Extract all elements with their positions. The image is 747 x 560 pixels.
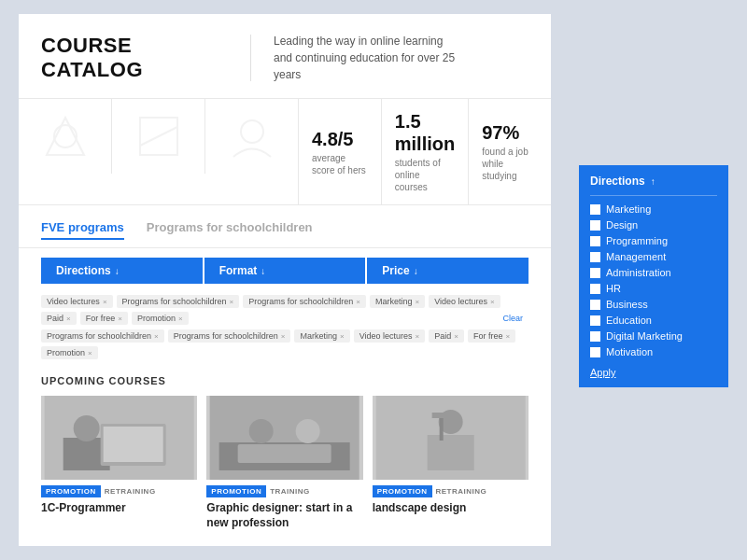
tags-row-2: Programs for schoolchildren× Programs fo… xyxy=(19,328,551,362)
dropdown-item-administration[interactable]: Administration xyxy=(590,267,717,278)
header-divider xyxy=(250,35,251,81)
tag-r2-2[interactable]: Marketing× xyxy=(294,329,349,343)
tab-schoolchildren[interactable]: Programs for schoolchildren xyxy=(147,220,313,240)
course-card-0[interactable]: PROMOTION RETRAINING 1C-Programmer xyxy=(41,396,197,530)
stats-section: 4.8/5 average score of hers 1.5 million … xyxy=(19,99,551,205)
dropdown-item-hr[interactable]: HR xyxy=(590,283,717,294)
badge-promo-1: PROMOTION xyxy=(206,485,266,497)
tabs-section: FVE programs Programs for schoolchildren xyxy=(19,205,551,248)
card-title-0: 1C-Programmer xyxy=(41,501,197,516)
upcoming-title: UPCOMING COURSES xyxy=(41,375,529,386)
checkbox-hr[interactable] xyxy=(590,284,600,294)
svg-rect-13 xyxy=(238,444,331,463)
label-programming: Programming xyxy=(606,235,668,246)
checkbox-marketing[interactable] xyxy=(590,204,600,215)
tag-r2-3[interactable]: Video lectures× xyxy=(354,329,426,343)
card-badges-0: PROMOTION RETRAINING xyxy=(41,485,197,497)
checkbox-education[interactable] xyxy=(590,315,600,326)
tag-5[interactable]: Paid× xyxy=(41,312,77,325)
tag-0[interactable]: Video lectures× xyxy=(41,295,113,308)
label-administration: Administration xyxy=(606,267,671,278)
dropdown-item-education[interactable]: Education xyxy=(590,315,717,326)
dropdown-item-motivation[interactable]: Motivation xyxy=(590,346,717,357)
placeholder-2 xyxy=(112,99,205,174)
tags-row-1: Video lectures× Programs for schoolchild… xyxy=(19,289,551,328)
badge-promo-2: PROMOTION xyxy=(373,485,432,497)
label-management: Management xyxy=(606,251,666,262)
stat-students-label: students of online courses xyxy=(395,157,455,193)
tag-6[interactable]: For free× xyxy=(80,312,128,325)
checkbox-digital-marketing[interactable] xyxy=(590,331,600,342)
tag-r2-4[interactable]: Paid× xyxy=(429,329,464,343)
checkbox-programming[interactable] xyxy=(590,236,600,246)
filter-format-label: Format xyxy=(219,264,258,277)
svg-rect-17 xyxy=(439,414,443,441)
tag-7[interactable]: Promotion× xyxy=(132,312,189,325)
tag-r2-5[interactable]: For free× xyxy=(468,329,515,343)
filter-format-button[interactable]: Format ↓ xyxy=(204,258,366,284)
page-wrapper: COURSE CATALOG Leading the way in online… xyxy=(19,14,728,546)
dropdown-item-design[interactable]: Design xyxy=(590,219,717,231)
course-img-2 xyxy=(373,396,529,480)
tag-2[interactable]: Programs for schoolchildren× xyxy=(243,295,366,308)
label-motivation: Motivation xyxy=(606,346,653,357)
course-cards: PROMOTION RETRAINING 1C-Programmer xyxy=(41,396,529,530)
tag-r2-0[interactable]: Programs for schoolchildren× xyxy=(41,329,164,343)
checkbox-motivation[interactable] xyxy=(590,347,600,357)
tag-r2-1[interactable]: Programs for schoolchildren× xyxy=(168,329,291,343)
checkbox-design[interactable] xyxy=(590,220,600,231)
card-badges-2: PROMOTION RETRAINING xyxy=(373,485,529,497)
dropdown-item-business[interactable]: Business xyxy=(590,299,717,310)
upcoming-section: UPCOMING COURSES xyxy=(19,362,551,538)
tab-fve[interactable]: FVE programs xyxy=(41,220,124,240)
label-business: Business xyxy=(606,299,648,310)
svg-point-3 xyxy=(241,120,263,143)
label-design: Design xyxy=(606,219,638,231)
stat-jobs-label: found a job while studying xyxy=(482,146,538,182)
svg-rect-16 xyxy=(427,435,473,470)
course-card-1[interactable]: PROMOTION TRAINING Graphic designer: sta… xyxy=(206,396,362,530)
filter-section: Directions ↓ Format ↓ Price ↓ xyxy=(19,248,551,289)
label-marketing: Marketing xyxy=(606,203,651,215)
svg-point-6 xyxy=(74,415,100,441)
stat-jobs-value: 97% xyxy=(482,121,538,144)
dropdown-item-programming[interactable]: Programming xyxy=(590,235,717,246)
apply-button[interactable]: Apply xyxy=(590,367,717,378)
label-hr: HR xyxy=(606,283,621,294)
tag-r2-6[interactable]: Promotion× xyxy=(41,346,98,359)
header: COURSE CATALOG Leading the way in online… xyxy=(19,14,551,99)
filter-price-button[interactable]: Price ↓ xyxy=(367,258,529,284)
course-card-2[interactable]: PROMOTION RETRAINING landscape design xyxy=(373,396,529,530)
card-badges-1: PROMOTION TRAINING xyxy=(206,485,362,497)
badge-type-0: RETRAINING xyxy=(105,487,156,496)
svg-point-0 xyxy=(54,125,77,147)
dropdown-list: Marketing Design Programming Management … xyxy=(590,203,717,357)
filter-price-label: Price xyxy=(382,264,409,277)
page-title: COURSE CATALOG xyxy=(41,34,228,82)
placeholder-3 xyxy=(205,99,298,174)
filter-directions-button[interactable]: Directions ↓ xyxy=(41,258,203,284)
dropdown-item-management[interactable]: Management xyxy=(590,251,717,262)
image-placeholders xyxy=(19,99,299,204)
checkbox-business[interactable] xyxy=(590,300,600,310)
dropdown-item-digital-marketing[interactable]: Digital Marketing xyxy=(590,330,717,342)
tag-1[interactable]: Programs for schoolchildren× xyxy=(117,295,240,308)
tag-3[interactable]: Marketing× xyxy=(370,295,425,308)
filter-directions-label: Directions xyxy=(56,264,111,277)
header-tagline: Leading the way in online learning and c… xyxy=(274,33,460,83)
tag-4[interactable]: Video lectures× xyxy=(429,295,500,308)
label-digital-marketing: Digital Marketing xyxy=(606,330,683,342)
filter-directions-arrow: ↓ xyxy=(115,266,120,276)
badge-type-1: TRAINING xyxy=(270,487,310,496)
dropdown-arrow: ↑ xyxy=(651,176,655,187)
svg-line-2 xyxy=(140,127,177,146)
checkbox-management[interactable] xyxy=(590,252,600,262)
stat-jobs: 97% found a job while studying xyxy=(469,99,551,204)
filter-format-arrow: ↓ xyxy=(261,266,265,276)
stats-items: 4.8/5 average score of hers 1.5 million … xyxy=(299,99,551,204)
stat-rating-label: average score of hers xyxy=(312,152,368,176)
dropdown-item-marketing[interactable]: Marketing xyxy=(590,203,717,215)
stat-rating-value: 4.8/5 xyxy=(312,128,368,150)
clear-button[interactable]: Clear xyxy=(497,312,529,325)
checkbox-administration[interactable] xyxy=(590,268,600,278)
